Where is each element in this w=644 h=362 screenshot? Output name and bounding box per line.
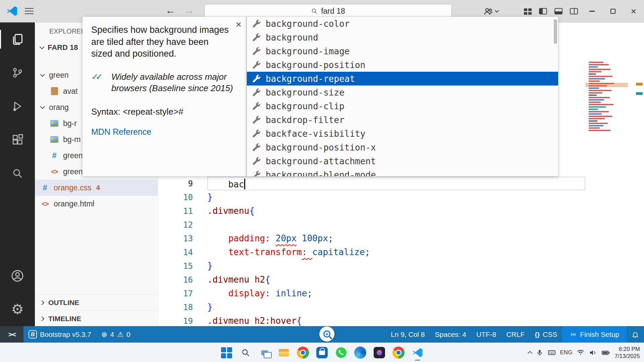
activity-search[interactable] xyxy=(0,157,35,190)
search-icon xyxy=(11,167,23,179)
baseline-text: Widely available across major browsers (… xyxy=(111,71,237,94)
code-lines[interactable]: 9 bac10}11.divmenu{1213 padding: 20px 10… xyxy=(158,177,585,328)
chrome-icon xyxy=(297,347,309,359)
code-line-12[interactable]: 12 xyxy=(158,218,585,232)
suggestion-background-clip[interactable]: background-clip xyxy=(247,99,558,113)
source-control-icon xyxy=(11,67,23,79)
suggestion-background-position-x[interactable]: background-position-x xyxy=(247,140,558,154)
close-icon[interactable]: × xyxy=(235,19,241,29)
file-icon xyxy=(50,87,59,95)
clock[interactable]: 6:20 PM 7/13/2025 xyxy=(614,346,640,360)
line-number: 15 xyxy=(158,261,207,271)
code-line-13[interactable]: 13 padding: 20px 100px; xyxy=(158,232,585,245)
language-indicator[interactable]: ENG xyxy=(560,349,573,356)
suggestion-background-blend-mode[interactable]: background-blend-mode xyxy=(247,168,558,177)
finish-setup-button[interactable]: Finish Setup xyxy=(562,326,627,343)
remote-indicator[interactable]: >< xyxy=(0,326,23,343)
file-orange.css[interactable]: #orange.css4 xyxy=(35,180,158,196)
command-center-search[interactable]: fard 18 xyxy=(204,4,452,18)
suggestion-backdrop-filter[interactable]: backdrop-filter xyxy=(247,113,558,127)
code-line-14[interactable]: 14 text-transform: capitalize; xyxy=(158,245,585,259)
code-line-18[interactable]: 18} xyxy=(158,300,585,314)
suggestion-background-attachment[interactable]: background-attachment xyxy=(247,154,558,168)
status-language[interactable]: {} CSS xyxy=(530,326,562,343)
suggestion-backface-visibility[interactable]: backface-visibility xyxy=(247,127,558,140)
activity-account[interactable] xyxy=(0,259,35,293)
line-number: 14 xyxy=(158,248,207,257)
whatsapp-button[interactable] xyxy=(334,346,348,359)
line-content xyxy=(207,218,585,232)
line-number: 16 xyxy=(158,275,207,285)
keyboard-icon[interactable] xyxy=(548,349,556,357)
code-line-17[interactable]: 17 display: inline; xyxy=(158,287,585,300)
wifi-icon[interactable] xyxy=(577,349,585,357)
code-line-11[interactable]: 11.divmenu{ xyxy=(158,204,585,218)
edge-button[interactable] xyxy=(354,346,367,359)
property-wrench-icon xyxy=(252,33,261,42)
status-cursor-position[interactable]: Ln 9, Col 8 xyxy=(386,326,430,343)
task-view-button[interactable] xyxy=(258,346,271,359)
hover-syntax: Syntax: <repeat-style># xyxy=(91,107,237,117)
suggestion-label: background-attachment xyxy=(266,156,376,166)
html-file-icon: <> xyxy=(40,200,50,208)
menu-icon[interactable] xyxy=(24,7,34,15)
timeline-section[interactable]: TIMELINE xyxy=(35,310,158,326)
browser-profile-button[interactable] xyxy=(392,346,405,359)
chevron-up-icon[interactable] xyxy=(527,351,532,356)
file-label: orange.css xyxy=(54,183,92,192)
activity-source-control[interactable] xyxy=(0,56,35,89)
status-branch[interactable]: B Bootstrap v5.3.7 xyxy=(23,326,96,343)
suggestion-background-image[interactable]: background-image xyxy=(247,44,558,58)
status-problems[interactable]: ⊗ 4 ⚠ 0 xyxy=(96,326,136,343)
file-orange.html[interactable]: <>orange.html xyxy=(35,196,158,212)
microphone-icon[interactable] xyxy=(536,349,543,356)
browser-icon xyxy=(392,347,405,359)
outline-section[interactable]: OUTLINE xyxy=(35,294,158,310)
maximize-button[interactable] xyxy=(602,0,623,22)
suggestion-background-size[interactable]: background-size xyxy=(247,85,558,99)
minimize-icon xyxy=(589,11,595,11)
accounts-menu[interactable] xyxy=(483,6,498,16)
chrome-button[interactable] xyxy=(296,346,310,359)
taskbar-search[interactable] xyxy=(239,346,252,359)
code-line-16[interactable]: 16.divmenu h2{ xyxy=(158,273,585,287)
activity-settings[interactable]: ⚙ xyxy=(0,293,35,326)
volume-icon[interactable] xyxy=(589,349,597,357)
file-explorer-button[interactable] xyxy=(277,346,290,359)
status-eol[interactable]: CRLF xyxy=(501,326,530,343)
line-content: } xyxy=(207,190,585,204)
toggle-secondary-sidebar-icon xyxy=(570,8,578,14)
suggestion-label: background-size xyxy=(266,87,344,98)
suggestion-background[interactable]: background xyxy=(247,31,558,44)
toggle-secondary-sidebar-button[interactable] xyxy=(566,4,582,19)
store-button[interactable] xyxy=(315,346,329,359)
battery-icon[interactable] xyxy=(601,348,610,357)
status-encoding[interactable]: UTF-8 xyxy=(471,326,501,343)
activity-explorer[interactable] xyxy=(0,22,35,56)
navigate-forward-button[interactable]: → xyxy=(182,5,197,16)
minimap[interactable] xyxy=(585,22,635,326)
close-button[interactable]: × xyxy=(623,0,644,22)
code-line-15[interactable]: 15} xyxy=(158,259,585,273)
code-line-19[interactable]: 19.divmenu h2:hover{ xyxy=(158,314,585,328)
suggestion-background-position[interactable]: background-position xyxy=(247,58,558,72)
media-app-button[interactable] xyxy=(373,346,386,359)
notifications-bell[interactable] xyxy=(627,326,644,343)
vscode-taskbar-button[interactable] xyxy=(411,346,424,359)
code-line-10[interactable]: 10} xyxy=(158,190,585,204)
activity-run-debug[interactable] xyxy=(0,89,35,123)
suggestion-background-repeat[interactable]: background-repeat xyxy=(247,72,558,85)
minimize-button[interactable] xyxy=(582,0,602,22)
suggestion-background-color[interactable]: background-color xyxy=(247,17,558,31)
navigate-back-button[interactable]: ← xyxy=(163,5,178,16)
property-wrench-icon xyxy=(252,129,261,138)
suggest-scrollbar[interactable] xyxy=(554,19,557,44)
property-wrench-icon xyxy=(252,102,261,111)
overview-ruler[interactable] xyxy=(635,22,644,326)
status-indentation[interactable]: Spaces: 4 xyxy=(430,326,471,343)
line-number: 17 xyxy=(158,289,207,298)
code-line-9[interactable]: 9 bac xyxy=(158,177,585,190)
activity-extensions[interactable] xyxy=(0,123,35,157)
start-button[interactable] xyxy=(220,346,233,359)
mdn-reference-link[interactable]: MDN Reference xyxy=(91,127,237,137)
